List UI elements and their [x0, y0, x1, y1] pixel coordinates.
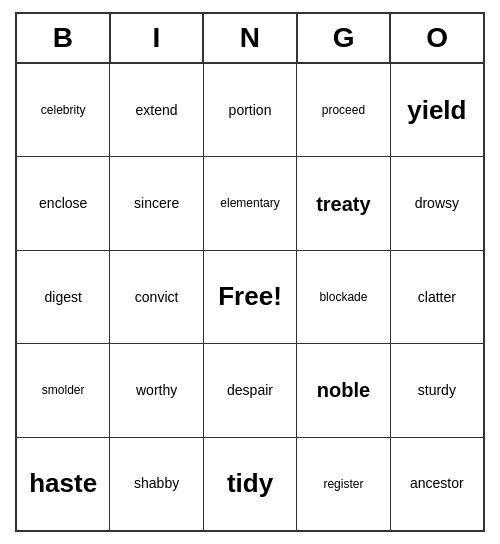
cell-text: worthy [136, 382, 177, 399]
bingo-cell-1-2: elementary [204, 157, 297, 249]
cell-text: despair [227, 382, 273, 399]
bingo-cell-3-3: noble [297, 344, 390, 436]
bingo-cell-0-1: extend [110, 64, 203, 156]
header-letter-n: N [204, 14, 298, 62]
cell-text: Free! [218, 281, 282, 312]
header-letter-o: O [391, 14, 483, 62]
bingo-cell-3-2: despair [204, 344, 297, 436]
bingo-card: BINGO celebrityextendportionproceedyield… [15, 12, 485, 532]
cell-text: noble [317, 378, 370, 402]
bingo-cell-3-1: worthy [110, 344, 203, 436]
cell-text: convict [135, 289, 179, 306]
cell-text: ancestor [410, 475, 464, 492]
bingo-cell-2-4: clatter [391, 251, 483, 343]
bingo-body: celebrityextendportionproceedyieldenclos… [17, 64, 483, 530]
header-letter-g: G [298, 14, 392, 62]
bingo-cell-1-0: enclose [17, 157, 110, 249]
header-letter-i: I [111, 14, 205, 62]
cell-text: sturdy [418, 382, 456, 399]
bingo-row-4: hasteshabbytidyregisterancestor [17, 438, 483, 530]
bingo-cell-3-0: smolder [17, 344, 110, 436]
header-letter-b: B [17, 14, 111, 62]
cell-text: smolder [42, 383, 85, 397]
bingo-header: BINGO [17, 14, 483, 64]
cell-text: digest [45, 289, 82, 306]
cell-text: elementary [220, 196, 279, 210]
bingo-cell-1-1: sincere [110, 157, 203, 249]
bingo-row-2: digestconvictFree!blockadeclatter [17, 251, 483, 344]
bingo-cell-2-3: blockade [297, 251, 390, 343]
cell-text: drowsy [415, 195, 459, 212]
bingo-cell-4-0: haste [17, 438, 110, 530]
cell-text: extend [136, 102, 178, 119]
cell-text: enclose [39, 195, 87, 212]
cell-text: proceed [322, 103, 365, 117]
bingo-cell-0-3: proceed [297, 64, 390, 156]
cell-text: celebrity [41, 103, 86, 117]
bingo-cell-2-2: Free! [204, 251, 297, 343]
cell-text: treaty [316, 192, 370, 216]
bingo-cell-4-3: register [297, 438, 390, 530]
bingo-cell-0-2: portion [204, 64, 297, 156]
bingo-cell-4-4: ancestor [391, 438, 483, 530]
cell-text: tidy [227, 468, 273, 499]
bingo-cell-1-4: drowsy [391, 157, 483, 249]
bingo-cell-4-1: shabby [110, 438, 203, 530]
bingo-cell-2-0: digest [17, 251, 110, 343]
cell-text: portion [229, 102, 272, 119]
bingo-row-1: enclosesincereelementarytreatydrowsy [17, 157, 483, 250]
cell-text: yield [407, 95, 466, 126]
bingo-row-0: celebrityextendportionproceedyield [17, 64, 483, 157]
bingo-cell-4-2: tidy [204, 438, 297, 530]
cell-text: sincere [134, 195, 179, 212]
cell-text: haste [29, 468, 97, 499]
bingo-cell-3-4: sturdy [391, 344, 483, 436]
bingo-row-3: smolderworthydespairnoblesturdy [17, 344, 483, 437]
cell-text: register [323, 477, 363, 491]
cell-text: shabby [134, 475, 179, 492]
cell-text: clatter [418, 289, 456, 306]
bingo-cell-0-0: celebrity [17, 64, 110, 156]
bingo-cell-1-3: treaty [297, 157, 390, 249]
cell-text: blockade [319, 290, 367, 304]
bingo-cell-0-4: yield [391, 64, 483, 156]
bingo-cell-2-1: convict [110, 251, 203, 343]
